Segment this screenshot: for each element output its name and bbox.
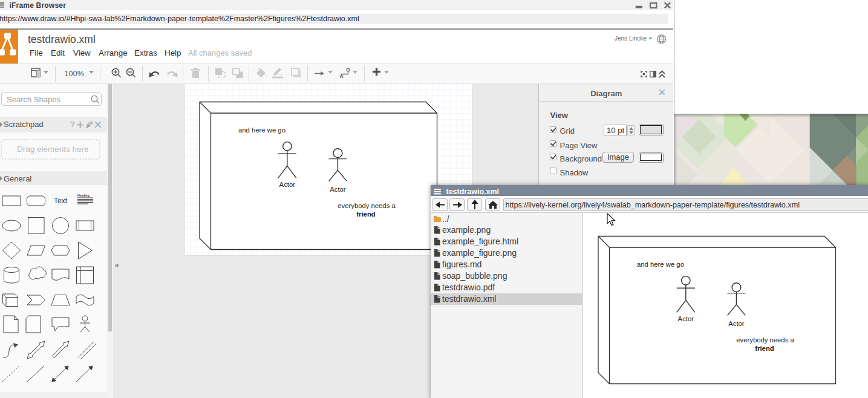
svg-text:Text: Text — [54, 197, 68, 205]
svg-text:Heading: Heading — [77, 194, 90, 197]
